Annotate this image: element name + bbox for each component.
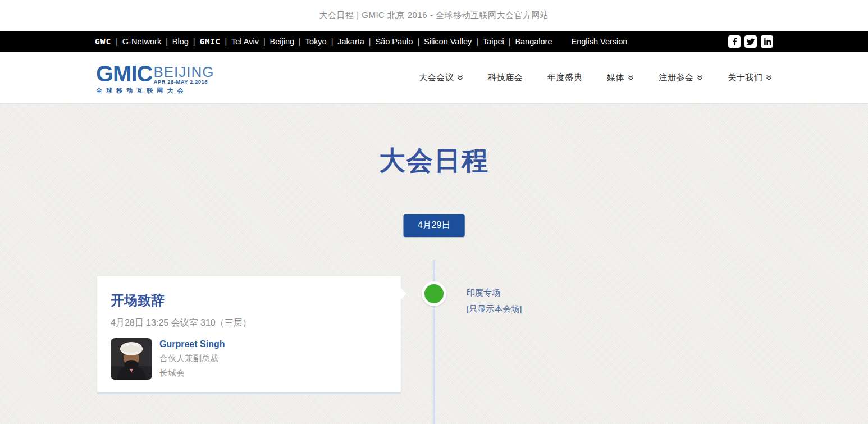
- chevron-down-icon: [628, 73, 634, 83]
- page-title: 大会日程: [0, 143, 868, 179]
- link-gmic[interactable]: GMIC: [199, 37, 220, 46]
- link-tokyo[interactable]: Tokyo: [305, 37, 327, 46]
- chevron-down-icon: [697, 73, 703, 83]
- speaker-company: 长城会: [159, 368, 225, 379]
- track-name-link[interactable]: 印度专场: [467, 288, 500, 298]
- speaker-photo: [111, 338, 152, 380]
- main-menu: 大会会议 科技庙会 年度盛典 媒体 注册参会 关于我们: [419, 72, 772, 84]
- link-silicon-valley[interactable]: Silicon Valley: [424, 37, 472, 46]
- schedule-section: 大会日程 4月29日 开场致辞 4月28日 13:25 会议室 310（三层）: [0, 104, 868, 424]
- date-filter-button[interactable]: 4月29日: [404, 214, 465, 237]
- link-jakarta[interactable]: Jakarta: [337, 37, 364, 46]
- session-title-link[interactable]: 开场致辞: [111, 291, 165, 309]
- link-bangalore[interactable]: Bangalore: [515, 37, 552, 46]
- chevron-down-icon: [766, 73, 772, 83]
- page-title-bar: 大会日程 | GMIC 北京 2016 - 全球移动互联网大会官方网站: [0, 0, 868, 31]
- session-card: 开场致辞 4月28日 13:25 会议室 310（三层） Gurpreet Si…: [97, 276, 401, 394]
- chevron-down-icon: [457, 73, 463, 83]
- menu-item-media[interactable]: 媒体: [607, 72, 634, 84]
- gmic-beijing-logo[interactable]: GMIC BEIJING APR 28-MAY 2,2016 全 球 移 动 互…: [96, 62, 214, 94]
- menu-item-register[interactable]: 注册参会: [659, 72, 703, 84]
- utility-links: GWC G-Network Blog GMIC Tel Aviv Beijing…: [95, 37, 552, 46]
- logo-subtitle: 全 球 移 动 互 联 网 大 会: [96, 88, 193, 94]
- session-meta: 4月28日 13:25 会议室 310（三层）: [111, 317, 387, 329]
- logo-dates-text: APR 28-MAY 2,2016: [153, 79, 214, 85]
- menu-item-conference[interactable]: 大会会议: [419, 72, 463, 84]
- speaker-name-link[interactable]: Gurpreet Singh: [159, 339, 225, 349]
- track-filter-link[interactable]: [只显示本会场]: [467, 304, 522, 314]
- linkedin-icon[interactable]: [761, 35, 773, 48]
- facebook-icon[interactable]: [728, 35, 741, 48]
- gwc-logo[interactable]: GWC: [95, 37, 111, 46]
- speaker-role: 合伙人兼副总裁: [159, 353, 225, 364]
- logo-gmic-text: GMIC: [96, 62, 152, 85]
- menu-item-tech-fair[interactable]: 科技庙会: [488, 72, 523, 84]
- timeline-dot: [422, 281, 446, 306]
- utility-bar: GWC G-Network Blog GMIC Tel Aviv Beijing…: [0, 31, 868, 52]
- site-header: GMIC BEIJING APR 28-MAY 2,2016 全 球 移 动 互…: [0, 52, 868, 104]
- link-sao-paulo[interactable]: São Paulo: [375, 37, 413, 46]
- speaker-row: Gurpreet Singh 合伙人兼副总裁 长城会: [111, 338, 387, 380]
- link-taipei[interactable]: Taipei: [483, 37, 504, 46]
- link-beijing[interactable]: Beijing: [270, 37, 295, 46]
- link-tel-aviv[interactable]: Tel Aviv: [231, 37, 259, 46]
- english-version-link[interactable]: English Version: [571, 37, 627, 46]
- link-blog[interactable]: Blog: [172, 37, 189, 46]
- menu-item-about-us[interactable]: 关于我们: [728, 72, 772, 84]
- social-links: [728, 35, 773, 48]
- twitter-icon[interactable]: [744, 35, 757, 48]
- track-info: 印度专场 [只显示本会场]: [467, 288, 522, 314]
- link-g-network[interactable]: G-Network: [122, 37, 161, 46]
- page-title-text: 大会日程 | GMIC 北京 2016 - 全球移动互联网大会官方网站: [319, 10, 549, 21]
- menu-item-annual-gala[interactable]: 年度盛典: [547, 72, 582, 84]
- logo-city-text: BEIJING: [153, 66, 214, 79]
